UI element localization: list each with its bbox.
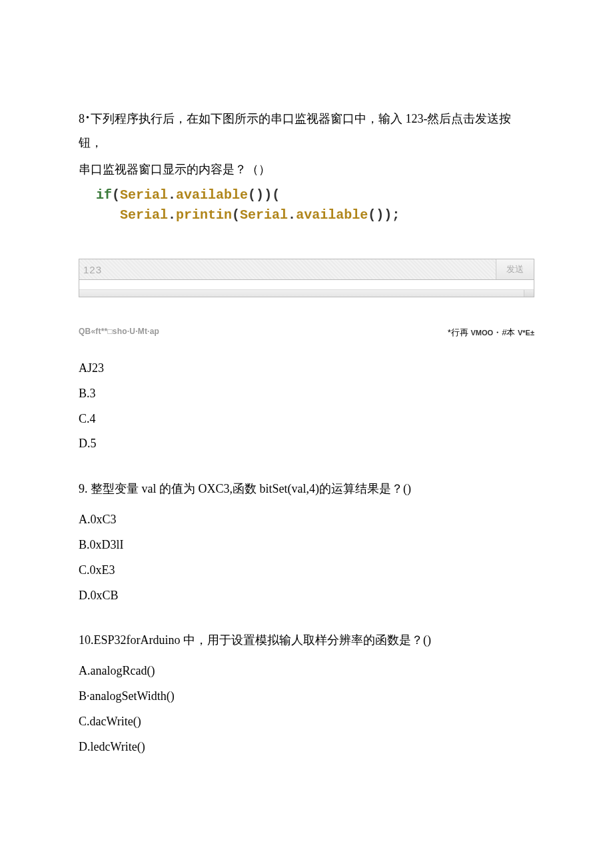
q8-number: 8 bbox=[79, 112, 85, 125]
code-dot: . bbox=[168, 187, 176, 203]
q8-option-b: B.3 bbox=[79, 381, 534, 407]
q8-line1: 8•下列程序执行后，在如下图所示的串口监视器窗口中，输入 123-然后点击发送按… bbox=[79, 107, 534, 155]
q10-text: 10.ESP32forArduino 中，用于设置模拟输人取样分辨率的函数是？(… bbox=[79, 628, 534, 652]
code-close: ) bbox=[264, 187, 272, 203]
q8-text1: 下列程序执行后，在如下图所示的串口监视器窗口中，输入 123-然后点击发送按钮， bbox=[79, 112, 511, 149]
code-line-2: . Serial.printin(Serial.available()); bbox=[88, 205, 534, 225]
q8-foot-right-mid: ・#本 bbox=[493, 327, 518, 337]
code-semi: ; bbox=[392, 207, 400, 223]
code-dot3: . bbox=[288, 207, 296, 223]
code-serial3: Serial bbox=[240, 207, 288, 223]
q8-bullet: • bbox=[85, 113, 91, 123]
code-open: ( bbox=[112, 187, 120, 203]
code-line-1: .if(Serial.available())( bbox=[88, 185, 534, 205]
serial-send-button[interactable]: 发送 bbox=[496, 259, 534, 279]
serial-scrollbar-stub bbox=[524, 290, 534, 297]
q8-foot-right-pre: *行再 bbox=[448, 327, 471, 337]
q9-option-d: D.0xCB bbox=[79, 583, 534, 609]
q9-option-a: A.0xC3 bbox=[79, 507, 534, 533]
code-serial: Serial bbox=[120, 187, 168, 203]
q8-code: .if(Serial.available())( . Serial.printi… bbox=[88, 185, 534, 225]
code-parens2: () bbox=[368, 207, 384, 223]
q9-option-c: C.0xE3 bbox=[79, 558, 534, 583]
code-brace: ( bbox=[272, 187, 280, 203]
q8-foot-left: QB«ft**□sho·U·Mt·ap bbox=[79, 327, 159, 339]
q8-line2: 串口监视器窗口显示的内容是？（） bbox=[79, 157, 534, 181]
code-dot2: . bbox=[168, 207, 176, 223]
q8-footer-row: QB«ft**□sho·U·Mt·ap *行再 VMOO・#本 V*E± bbox=[79, 327, 534, 339]
q8-foot-right-b: V*E± bbox=[518, 329, 534, 337]
q9-option-b: B.0xD3lI bbox=[79, 533, 534, 558]
document-page: 8•下列程序执行后，在如下图所示的串口监视器窗口中，输入 123-然后点击发送按… bbox=[0, 0, 613, 820]
code-println: printin bbox=[176, 207, 232, 223]
code-available: available bbox=[176, 187, 248, 203]
code-indent bbox=[96, 207, 120, 223]
question-8: 8•下列程序执行后，在如下图所示的串口监视器窗口中，输入 123-然后点击发送按… bbox=[79, 107, 534, 457]
serial-monitor: 123 发送 bbox=[79, 259, 534, 297]
serial-top-bar: 123 发送 bbox=[79, 259, 534, 280]
code-parens: () bbox=[248, 187, 264, 203]
q10-option-c: C.dacWrite() bbox=[79, 709, 534, 735]
question-10: 10.ESP32forArduino 中，用于设置模拟输人取样分辨率的函数是？(… bbox=[79, 628, 534, 759]
q8-foot-right: *行再 VMOO・#本 V*E± bbox=[448, 327, 534, 339]
q10-option-d: D.ledcWrite() bbox=[79, 735, 534, 760]
serial-footer bbox=[79, 289, 534, 297]
code-available2: available bbox=[296, 207, 368, 223]
q8-option-c: C.4 bbox=[79, 407, 534, 432]
code-open2: ( bbox=[232, 207, 240, 223]
serial-input-value: 123 bbox=[83, 264, 102, 275]
q8-option-a: AJ23 bbox=[79, 356, 534, 381]
question-9: 9. 整型变量 val 的值为 OXC3,函数 bitSet(val,4)的运算… bbox=[79, 477, 534, 608]
q10-option-a: A.analogRcad() bbox=[79, 659, 534, 684]
serial-input-field[interactable]: 123 bbox=[79, 259, 496, 279]
code-close2: ) bbox=[384, 207, 392, 223]
q8-option-d: D.5 bbox=[79, 431, 534, 457]
code-if: if bbox=[96, 187, 112, 203]
q8-foot-right-a: VMOO bbox=[471, 329, 494, 337]
serial-send-label: 发送 bbox=[506, 263, 524, 275]
q10-option-b: B·analogSetWidth() bbox=[79, 684, 534, 709]
q9-text: 9. 整型变量 val 的值为 OXC3,函数 bitSet(val,4)的运算… bbox=[79, 477, 534, 501]
code-serial2: Serial bbox=[120, 207, 168, 223]
serial-output-area bbox=[79, 280, 534, 289]
